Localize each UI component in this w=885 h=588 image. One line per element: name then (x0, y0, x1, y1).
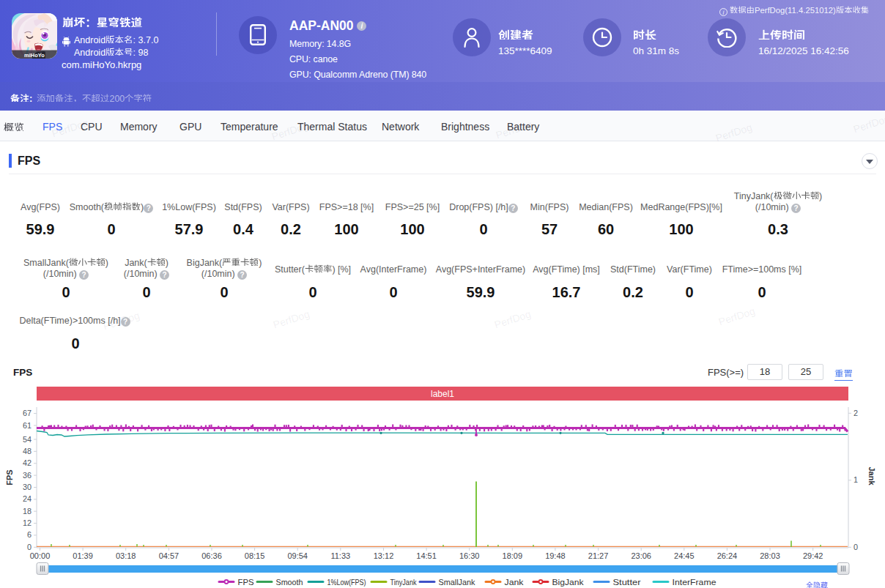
svg-text:29:42: 29:42 (803, 551, 823, 560)
svg-text:01:39: 01:39 (73, 551, 93, 560)
svg-text:54: 54 (23, 435, 32, 444)
svg-text:00:00: 00:00 (30, 551, 51, 560)
svg-text:42: 42 (23, 458, 32, 467)
svg-text:06:36: 06:36 (201, 551, 222, 560)
svg-text:36: 36 (23, 471, 32, 480)
svg-text:Stutter: Stutter (613, 578, 641, 587)
svg-text:SmallJank: SmallJank (439, 578, 475, 587)
svg-text:19:48: 19:48 (545, 551, 566, 560)
svg-text:23:06: 23:06 (631, 551, 651, 560)
svg-text:18:09: 18:09 (503, 551, 523, 560)
svg-text:09:54: 09:54 (287, 551, 308, 560)
svg-text:61: 61 (23, 421, 32, 430)
svg-text:28:03: 28:03 (760, 551, 780, 560)
svg-text:14:51: 14:51 (416, 551, 437, 560)
svg-text:Smooth: Smooth (276, 578, 303, 587)
svg-text:26:24: 26:24 (717, 551, 738, 560)
svg-text:TinyJank: TinyJank (390, 578, 417, 587)
svg-text:16:30: 16:30 (459, 551, 480, 560)
svg-text:1: 1 (853, 475, 858, 484)
svg-text:6: 6 (27, 530, 32, 539)
svg-text:21:27: 21:27 (588, 551, 609, 560)
svg-text:FPS: FPS (5, 469, 14, 485)
svg-text:13:12: 13:12 (374, 551, 394, 560)
svg-text:08:15: 08:15 (245, 551, 265, 560)
svg-text:Jank: Jank (505, 578, 524, 587)
svg-text:30: 30 (23, 483, 32, 491)
svg-text:18: 18 (23, 507, 32, 516)
svg-text:FPS: FPS (238, 578, 254, 587)
svg-text:03:18: 03:18 (116, 551, 136, 560)
svg-text:1%Low(FPS): 1%Low(FPS) (327, 578, 366, 587)
svg-text:24: 24 (23, 494, 32, 503)
svg-text:04:57: 04:57 (159, 551, 179, 560)
svg-text:24:45: 24:45 (674, 551, 695, 560)
svg-text:0: 0 (27, 543, 32, 551)
svg-text:0: 0 (853, 543, 858, 551)
svg-text:12: 12 (23, 518, 32, 527)
svg-text:67: 67 (23, 409, 32, 417)
svg-text:48: 48 (23, 447, 32, 455)
svg-text:label1: label1 (431, 389, 454, 399)
svg-text:11:33: 11:33 (330, 551, 350, 560)
svg-text:InterFrame: InterFrame (673, 578, 716, 587)
svg-text:BigJank: BigJank (552, 578, 584, 587)
svg-text:2: 2 (853, 409, 858, 417)
svg-text:Jank: Jank (867, 466, 876, 485)
